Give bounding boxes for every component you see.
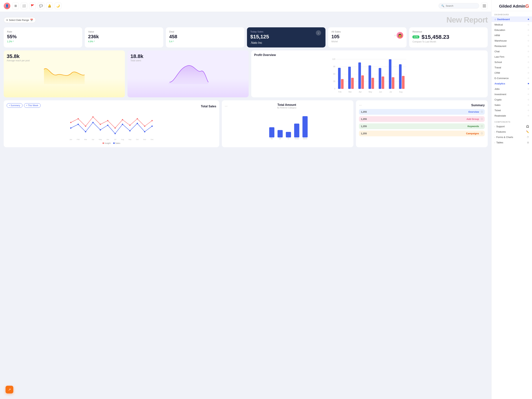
moon-icon-btn[interactable]: 🌙 [55,3,61,9]
svg-text:Oct: Oct [136,139,139,140]
svg-rect-13 [351,78,354,89]
sidebar-dot-school [528,62,529,63]
svg-point-34 [92,116,94,118]
sidebar-item-crm[interactable]: CRM [492,70,532,76]
svg-rect-67 [269,127,274,137]
menu-icon-btn[interactable] [481,3,488,9]
flag-icon-btn[interactable]: 🚩 [29,3,36,9]
edit-icon: ✏️ [526,130,529,133]
sidebar-item-label-investment: Investment [494,93,506,96]
svg-text:0: 0 [334,88,335,90]
chip-this-week[interactable]: • This Week [24,103,41,108]
user-avatar[interactable]: 👤 [4,3,10,9]
sidebar-item-investment[interactable]: Investment [492,92,532,97]
sidebar-active-dot [528,19,529,20]
chevron-left-tables: ‹ [494,141,495,144]
sidebar-item-label-hrm: HRM [494,34,500,37]
sidebar-item-warehouse[interactable]: Warehouse [492,38,532,43]
sidebar-item-lawfirm[interactable]: Law Firm [492,54,532,59]
summary-title: Summary [471,104,485,107]
stat-value-all-sales: 105 [331,34,341,39]
svg-point-37 [114,127,116,129]
svg-rect-21 [392,77,394,89]
bell-icon-btn[interactable]: 🔔 [46,3,53,9]
content-area: ▾ Select Date Range 📅 New Report Rate 55… [0,12,491,399]
filter-chips: • Summery • This Week [7,103,41,108]
stat-value-deal: 458 [169,34,241,39]
summary-info-addgroup: ⓘ [481,118,483,120]
sidebar-item-chat[interactable]: Chat [492,49,532,54]
search-input[interactable] [446,4,472,7]
svg-rect-70 [294,124,299,137]
sidebar-item-tables[interactable]: ‹ Tables ⊞ [492,140,532,145]
clock-icon: ⏱ [527,136,529,139]
reach-value: 35.8k [7,53,122,59]
sidebar-dot-crm [528,72,529,74]
sidebar-item-analytics[interactable]: Analytics [492,81,532,86]
middle-row: 35.8k Average reach per post 18.8k T [4,51,488,97]
today-sales-top: Today Sales $15,125 › [250,30,322,40]
svg-point-49 [114,133,116,134]
chip-label-summery: Summery [11,104,20,107]
revenue-compare: Compare To Last Month [412,40,449,43]
chip-summery[interactable]: • Summery [7,103,23,108]
stat-card-value: Value 236k 4.9% ^ [85,27,163,47]
svg-rect-11 [341,79,344,89]
svg-text:Jun: Jun [379,91,382,93]
sidebar-item-dashboard[interactable]: ⌂ Dashboard [492,16,532,22]
today-sales-bottom: .Nato Inc [250,41,322,44]
sidebar-item-traval[interactable]: Traval [492,65,532,70]
total-amount-header: ··· Total Amount By Referrer Category [225,103,351,109]
svg-text:Sep: Sep [128,139,131,140]
sidebar-item-jobs[interactable]: Jobs [492,86,532,92]
legend-sales: Sales [113,142,120,144]
sidebar-item-hrm[interactable]: HRM [492,33,532,38]
date-range-button[interactable]: ▾ Select Date Range 📅 [4,17,36,23]
insight-dot [102,142,104,144]
reach-card: 35.8k Average reach per post [4,51,125,97]
stat-sub-all-sales: Mishel [331,40,403,43]
svg-rect-19 [382,76,384,89]
sidebar-item-medical[interactable]: Medical [492,22,532,27]
sidebar-item-features[interactable]: ‹ Features ✏️ [492,129,532,134]
svg-point-47 [100,129,101,131]
today-sales-nav-arrow[interactable]: › [316,30,321,35]
users-label: Total users [130,59,246,62]
svg-point-31 [70,122,71,123]
sidebar-item-ecommerce[interactable]: E-Commerce [492,76,532,81]
sidebar-item-forms-charts[interactable]: ‹ Forms & Charts ⏱ [492,134,532,140]
grid-icon-btn[interactable]: ⊞ [12,3,19,9]
dashboard-home-icon: ⌂ [494,18,496,21]
sidebar-item-support[interactable]: ‹ Support 🎧 [492,124,532,129]
svg-rect-16 [368,65,371,89]
svg-point-41 [144,126,145,127]
sidebar-item-restaurant[interactable]: Restaurant [492,43,532,49]
orange-fab-button[interactable]: ↗ [6,386,13,393]
total-amount-card: ··· Total Amount By Referrer Category [222,100,354,147]
stat-label-all-sales: All Sales [331,30,341,33]
total-sales-chart: Jan Feb Mar Apr May Jun Jul Aug Sep Oct … [7,111,216,141]
sidebar-item-realestate[interactable]: Realestate [492,113,532,118]
sidebar-item-education[interactable]: Education [492,27,532,33]
search-bar[interactable]: 🔍 [438,3,479,8]
total-amount-dots[interactable]: ··· [225,104,228,108]
sidebar-dot-crypto [528,99,529,100]
stat-label-revenue: Revenue [412,30,449,33]
chevron-right-all-sales: › [395,34,395,37]
frame-icon-btn[interactable]: ⬜ [21,3,27,9]
summary-dots[interactable]: ··· [359,103,362,107]
sidebar-item-school[interactable]: School [492,59,532,65]
svg-text:Jun: Jun [106,139,109,140]
sidebar-dot-chat [528,51,529,52]
total-amount-title: Total Amount [277,103,296,107]
sidebar-item-crypto[interactable]: Crypto [492,97,532,102]
sidebar-item-sales[interactable]: Sales [492,102,532,108]
sidebar-item-ticket[interactable]: Ticket [492,108,532,113]
chat-icon-btn[interactable]: 💬 [38,3,44,9]
summary-label-keywords: Keywords [368,125,481,128]
chip-label-this-week: This Week [28,104,38,107]
summary-info-keywords: ⓘ [481,125,483,128]
svg-text:Apr: Apr [359,91,362,93]
profit-overview-title: Profit Overview [254,53,485,57]
trend-up-rate: 1.2% ^ [7,40,14,43]
